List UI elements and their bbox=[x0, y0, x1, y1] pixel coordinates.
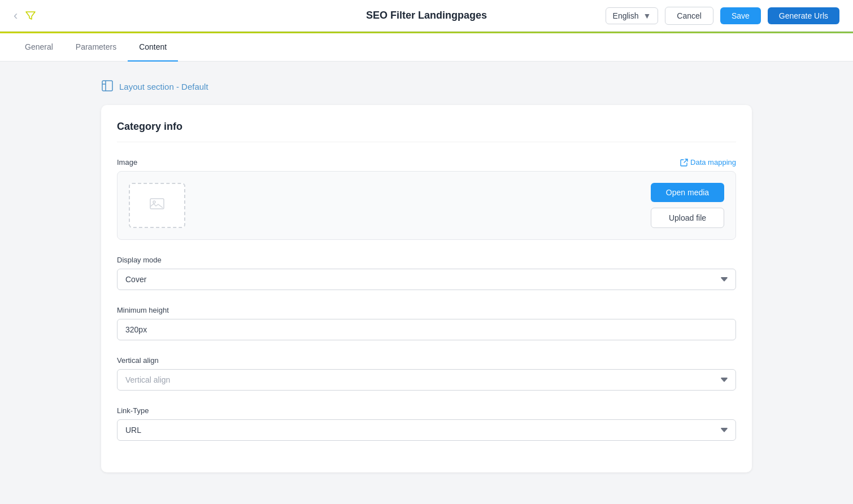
vertical-align-label: Vertical align bbox=[117, 356, 736, 365]
image-buttons: Open media Upload file bbox=[651, 183, 724, 228]
svg-point-4 bbox=[153, 201, 155, 203]
link-type-form-group: Link-Type URL Internal External bbox=[117, 406, 736, 441]
vertical-align-select[interactable]: Vertical align Top Middle Bottom bbox=[117, 369, 736, 391]
header-actions: English ▼ Cancel Save Generate Urls bbox=[606, 7, 839, 25]
cancel-button[interactable]: Cancel bbox=[665, 7, 713, 25]
minimum-height-form-group: Minimum height bbox=[117, 306, 736, 340]
layout-section-icon bbox=[101, 80, 114, 94]
vertical-align-form-group: Vertical align Vertical align Top Middle… bbox=[117, 356, 736, 391]
image-placeholder bbox=[129, 183, 185, 228]
tab-parameters[interactable]: Parameters bbox=[64, 33, 128, 62]
chevron-down-icon: ▼ bbox=[643, 11, 651, 20]
external-link-icon bbox=[680, 159, 688, 166]
image-label: Image bbox=[117, 158, 137, 166]
open-media-button[interactable]: Open media bbox=[651, 183, 724, 202]
layout-section-label: Layout section - Default bbox=[119, 82, 208, 91]
main-content: Layout section - Default Category info I… bbox=[88, 62, 765, 490]
tab-general[interactable]: General bbox=[14, 33, 64, 62]
app-header: ‹ SEO Filter Landingpages English ▼ Canc… bbox=[0, 0, 853, 32]
svg-rect-0 bbox=[102, 81, 112, 91]
upload-file-button[interactable]: Upload file bbox=[651, 208, 724, 228]
link-type-label: Link-Type bbox=[117, 406, 736, 415]
tab-content[interactable]: Content bbox=[128, 33, 178, 62]
filter-icon[interactable] bbox=[24, 10, 37, 22]
page-title: SEO Filter Landingpages bbox=[366, 10, 487, 21]
save-button[interactable]: Save bbox=[720, 7, 761, 24]
minimum-height-label: Minimum height bbox=[117, 306, 736, 314]
language-selector[interactable]: English ▼ bbox=[606, 7, 659, 24]
data-mapping-link[interactable]: Data mapping bbox=[680, 158, 736, 166]
nav-icons: ‹ bbox=[14, 8, 37, 23]
image-upload-area: Open media Upload file bbox=[117, 171, 736, 240]
category-info-card: Category info Image Data mapping bbox=[101, 105, 752, 472]
image-form-group: Image Data mapping bbox=[117, 158, 736, 240]
display-mode-select[interactable]: Cover Contain Fill None bbox=[117, 269, 736, 290]
language-label: English bbox=[613, 11, 639, 20]
display-mode-form-group: Display mode Cover Contain Fill None bbox=[117, 256, 736, 290]
card-title: Category info bbox=[117, 121, 736, 142]
display-mode-label: Display mode bbox=[117, 256, 736, 264]
layout-section-header: Layout section - Default bbox=[101, 80, 752, 94]
image-section-header: Image Data mapping bbox=[117, 158, 736, 166]
link-type-select[interactable]: URL Internal External bbox=[117, 419, 736, 441]
back-icon[interactable]: ‹ bbox=[14, 8, 18, 23]
tabs-bar: General Parameters Content bbox=[0, 33, 853, 62]
image-placeholder-icon bbox=[149, 196, 165, 215]
data-mapping-text: Data mapping bbox=[690, 158, 736, 166]
minimum-height-input[interactable] bbox=[117, 319, 736, 340]
generate-urls-button[interactable]: Generate Urls bbox=[768, 7, 839, 24]
